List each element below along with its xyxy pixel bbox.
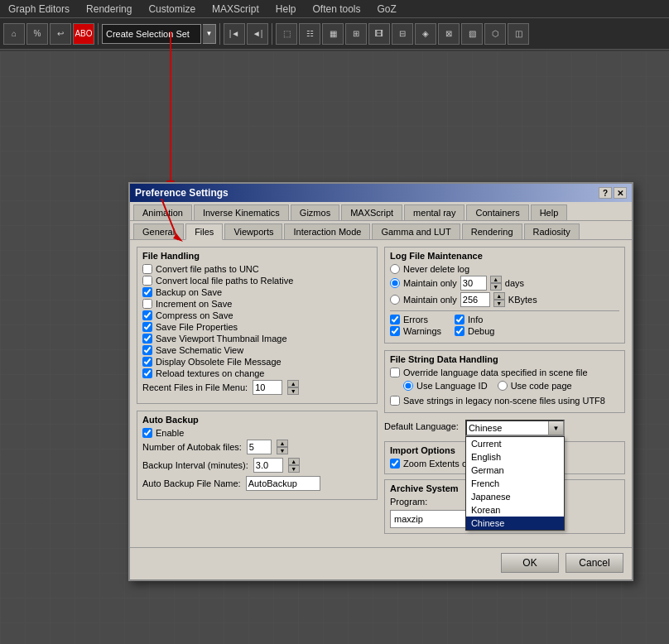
tab-bar-bottom: General Files Viewports Interaction Mode… [130,221,632,240]
backup-interval-input[interactable] [253,458,283,473]
tab-gamma-lut[interactable]: Gamma and LUT [372,223,460,239]
checkbox-compress-save-label: Compress on Save [156,310,233,320]
cancel-button[interactable]: Cancel [566,553,623,573]
dialog-overlay: Preference Settings ? ✕ Animation Invers… [0,0,669,644]
auto-backup-name-row: Auto Backup File Name: [142,476,372,491]
checkbox-save-strings-utf8: Save strings in legacy non-scene files u… [390,396,619,406]
checkbox-convert-relative: Convert local file paths to Relative [142,276,372,286]
checkbox-compress-save: Compress on Save [142,310,372,320]
checkbox-backup-save-input[interactable] [142,287,152,297]
program-label: Program: [390,497,427,507]
kbytes-unit-label: KBytes [508,295,537,305]
backup-interval-up[interactable]: ▲ [288,458,300,465]
radio-use-code-page-input[interactable] [498,381,508,391]
backup-interval-down[interactable]: ▼ [288,465,300,473]
radio-maintain-kbytes-input[interactable] [390,295,400,305]
checkbox-override-language-input[interactable] [390,368,400,377]
tab-general[interactable]: General [133,223,184,239]
tab-viewports[interactable]: Viewports [224,223,282,239]
num-autobak-label: Number of Autobak files: [142,442,242,452]
tab-files[interactable]: Files [185,223,223,240]
num-autobak-input[interactable] [247,440,272,454]
maintain-kbytes-down[interactable]: ▼ [493,300,505,307]
lang-option-korean[interactable]: Korean [466,503,564,517]
lang-option-japanese[interactable]: Japanese [466,490,564,503]
radio-use-language-id-input[interactable] [403,381,413,391]
tab-radiosity[interactable]: Radiosity [524,223,580,239]
log-levels-container: Errors Warnings Info [390,315,619,338]
checkbox-save-schematic-input[interactable] [142,345,152,355]
checkbox-zoom-extents-input[interactable] [390,459,400,469]
checkbox-debug: Debug [455,326,494,336]
tab-containers[interactable]: Containers [466,204,528,220]
backup-interval-row: Backup Interval (minutes): ▲ ▼ [142,458,372,473]
tab-bar-top: Animation Inverse Kinematics Gizmos MAXS… [130,202,632,221]
radio-maintain-kbytes-label: Maintain only [403,295,457,305]
maintain-days-up[interactable]: ▲ [490,276,502,283]
checkbox-backup-save: Backup on Save [142,287,372,297]
tab-inverse-kinematics[interactable]: Inverse Kinematics [194,204,289,220]
recent-files-up[interactable]: ▲ [287,380,299,387]
dialog-help-btn[interactable]: ? [599,187,612,199]
tab-animation[interactable]: Animation [133,204,192,220]
num-autobak-up[interactable]: ▲ [277,440,288,447]
checkbox-save-strings-utf8-input[interactable] [390,396,400,406]
checkbox-errors-label: Errors [403,315,428,324]
tab-interaction-mode[interactable]: Interaction Mode [284,223,370,239]
auto-backup-enable-label: Enable [156,428,184,438]
language-dropdown-display[interactable]: Chinese ▼ [465,420,565,436]
checkbox-compress-save-input[interactable] [142,310,152,320]
checkbox-display-obsolete-input[interactable] [142,357,152,367]
checkbox-convert-unc-input[interactable] [142,264,152,274]
checkbox-info-input[interactable] [455,315,464,324]
radio-maintain-days: Maintain only ▲ ▼ days [390,276,619,291]
tab-maxscript[interactable]: MAXScript [341,204,402,220]
checkbox-save-file-props-input[interactable] [142,322,152,332]
radio-never-delete-label: Never delete log [403,264,469,274]
log-levels-right: Info Debug [455,315,494,338]
radio-never-delete-input[interactable] [390,264,400,274]
checkbox-save-schematic: Save Schematic View [142,345,372,355]
dialog-close-btn[interactable]: ✕ [614,187,627,199]
checkbox-save-strings-utf8-label: Save strings in legacy non-scene files u… [403,396,605,406]
checkbox-increment-save-input[interactable] [142,299,152,309]
language-dropdown-arrow[interactable]: ▼ [548,421,563,435]
days-unit-label: days [505,278,524,288]
log-levels-left: Errors Warnings [390,315,441,338]
auto-backup-enable-input[interactable] [142,428,152,438]
checkbox-errors-input[interactable] [390,315,400,324]
checkbox-save-viewport-thumb-input[interactable] [142,334,152,344]
num-autobak-row: Number of Autobak files: ▲ ▼ [142,440,372,454]
ok-button[interactable]: OK [501,553,559,573]
tab-help[interactable]: Help [531,204,568,220]
maintain-days-input[interactable] [460,276,487,291]
tab-mental-ray[interactable]: mental ray [404,204,464,220]
maintain-days-down[interactable]: ▼ [490,283,502,291]
language-dropdown-popup: Current English German French Japanese K… [465,436,565,531]
lang-option-chinese[interactable]: Chinese [466,517,564,530]
tab-gizmos[interactable]: Gizmos [291,204,339,220]
lang-option-english[interactable]: English [466,450,564,464]
dialog-controls: ? ✕ [599,187,627,199]
log-divider [390,310,619,311]
maintain-kbytes-up[interactable]: ▲ [493,292,505,300]
recent-files-input[interactable] [253,380,282,395]
radio-maintain-days-input[interactable] [390,278,400,288]
num-autobak-down[interactable]: ▼ [277,447,288,454]
num-autobak-spinner: ▲ ▼ [277,440,288,454]
lang-option-german[interactable]: German [466,464,564,477]
lang-option-current[interactable]: Current [466,437,564,450]
default-language-label: Default Language: [384,421,459,431]
checkbox-convert-relative-input[interactable] [142,276,152,286]
tab-rendering[interactable]: Rendering [462,223,522,239]
checkbox-increment-save: Increment on Save [142,299,372,309]
lang-option-french[interactable]: French [466,477,564,490]
maintain-kbytes-input[interactable] [460,292,490,307]
checkbox-reload-textures-input[interactable] [142,368,152,378]
checkbox-backup-save-label: Backup on Save [156,287,222,297]
recent-files-down[interactable]: ▼ [287,387,299,395]
checkbox-warnings-input[interactable] [390,326,400,336]
auto-backup-name-input[interactable] [246,476,320,491]
checkbox-info-label: Info [468,315,483,324]
checkbox-debug-input[interactable] [455,326,464,336]
